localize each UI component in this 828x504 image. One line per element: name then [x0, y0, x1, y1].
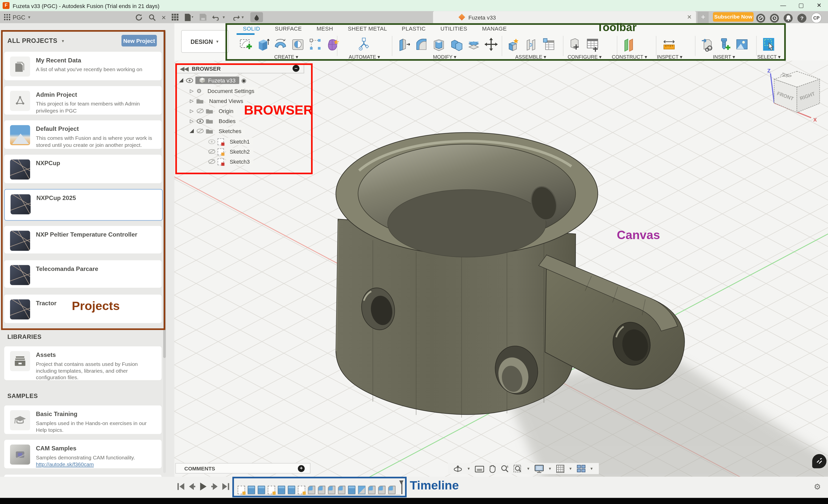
close-button[interactable]: ✕: [810, 0, 828, 11]
job-status-button[interactable]: [250, 12, 263, 22]
timeline-feature-sketch[interactable]: [238, 486, 245, 494]
save-icon[interactable]: [200, 11, 207, 23]
visibility-off-icon[interactable]: [197, 108, 204, 114]
tab-surface[interactable]: SURFACE: [267, 24, 309, 33]
timeline-feature-chamfer[interactable]: [358, 486, 365, 494]
collapse-triangle-icon[interactable]: ▷: [189, 118, 194, 124]
timeline-feature-extrude[interactable]: [258, 486, 265, 494]
timeline-feature-sketch[interactable]: [298, 486, 305, 494]
tab-sheet-metal[interactable]: SHEET METAL: [340, 24, 394, 33]
expand-triangle-icon[interactable]: [178, 78, 184, 83]
collapse-panel-icon[interactable]: ◀◀: [180, 65, 189, 72]
help-icon[interactable]: ?: [797, 13, 806, 23]
insert-canvas-icon[interactable]: [734, 36, 750, 53]
expand-triangle-icon[interactable]: [189, 128, 194, 134]
panel-scrollbar-thumb[interactable]: [163, 31, 166, 358]
sample-card[interactable]: Basic Training Samples used in the Hands…: [4, 406, 162, 434]
joint-icon[interactable]: [524, 36, 539, 53]
tree-node[interactable]: ▷ Bodies: [189, 116, 239, 126]
go-to-end-button[interactable]: [222, 483, 229, 490]
look-at-icon[interactable]: [475, 465, 484, 472]
assemble-group-dropdown[interactable]: ASSEMBLE ▾: [515, 54, 546, 60]
timeline-feature-extrude[interactable]: [288, 486, 295, 494]
insert-fastener-icon[interactable]: [717, 36, 733, 53]
browser-header[interactable]: ◀◀ BROWSER –: [175, 64, 304, 74]
display-settings-icon[interactable]: [534, 464, 544, 473]
grid-settings-icon[interactable]: [556, 464, 565, 473]
browser-minimize-icon[interactable]: –: [293, 65, 299, 72]
visibility-off-icon[interactable]: [197, 128, 204, 134]
viewports-icon[interactable]: [577, 465, 586, 473]
timeline-feature-fillet[interactable]: [328, 486, 335, 494]
measure-icon[interactable]: [661, 36, 677, 53]
project-card[interactable]: NXPCup: [4, 155, 162, 183]
timeline-feature-fillet[interactable]: [368, 486, 375, 494]
chevron-down-icon[interactable]: ▼: [548, 467, 552, 470]
timeline-feature-fillet[interactable]: [308, 486, 315, 494]
project-card-selected[interactable]: NXPCup 2025: [4, 189, 163, 220]
shell-icon[interactable]: [431, 36, 447, 53]
combine-icon[interactable]: [449, 36, 464, 53]
zoom-icon[interactable]: ±: [501, 464, 509, 473]
refresh-icon[interactable]: [135, 11, 142, 23]
undo-button[interactable]: ▼: [212, 11, 225, 23]
job-clock-icon[interactable]: [770, 13, 779, 23]
play-button[interactable]: [200, 482, 207, 491]
construct-group-dropdown[interactable]: CONSTRUCT ▾: [612, 54, 647, 60]
configuration-table-icon[interactable]: [585, 36, 601, 53]
tree-node-sketch[interactable]: Sketch1: [208, 137, 253, 146]
tree-node-sketch[interactable]: Sketch2: [208, 147, 253, 156]
project-card[interactable]: My Recent Data A list of what you've rec…: [4, 52, 162, 80]
orbit-icon[interactable]: [453, 464, 462, 473]
cam-samples-link[interactable]: http://autode.sk/f360cam: [36, 461, 94, 467]
assistant-chat-bubble[interactable]: [812, 454, 827, 468]
tree-node[interactable]: ▷ Named Views: [189, 96, 247, 106]
visibility-dim-icon[interactable]: [208, 139, 215, 144]
collapse-triangle-icon[interactable]: ▷: [189, 88, 194, 93]
root-node-label[interactable]: Fuzeta v33: [195, 76, 239, 84]
timeline-feature-sketch[interactable]: [268, 486, 275, 494]
timeline-feature-fillet[interactable]: [378, 486, 385, 494]
subscribe-button[interactable]: Subscribe Now: [713, 12, 753, 22]
new-tab-button[interactable]: +: [698, 11, 709, 23]
data-panel-toggle-icon[interactable]: [4, 11, 10, 23]
tab-mesh[interactable]: MESH: [309, 24, 340, 33]
grid-view-icon[interactable]: [172, 11, 178, 23]
profile-avatar[interactable]: CP: [811, 13, 822, 23]
select-group-dropdown[interactable]: SELECT ▾: [757, 54, 781, 60]
notifications-bell-icon[interactable]: [784, 13, 793, 23]
form-icon[interactable]: [325, 36, 341, 53]
tree-node-sketch[interactable]: Sketch3: [208, 157, 253, 166]
comments-bar[interactable]: COMMENTS +: [175, 463, 310, 473]
project-card[interactable]: Telecomanda Parcare: [4, 260, 162, 288]
create-sketch-icon[interactable]: [238, 36, 253, 53]
visibility-off-icon[interactable]: [208, 159, 215, 164]
go-to-start-button[interactable]: [177, 483, 184, 490]
team-switcher[interactable]: PGC▼: [13, 14, 31, 20]
file-menu-icon[interactable]: [184, 11, 194, 23]
sync-status-icon[interactable]: [756, 13, 765, 23]
tab-plastic[interactable]: PLASTIC: [394, 24, 433, 33]
add-comment-icon[interactable]: +: [298, 465, 304, 472]
tree-node[interactable]: ▷ Origin: [189, 106, 237, 116]
tree-node[interactable]: ▷ ⚙ Document Settings: [189, 86, 258, 95]
timeline-feature-extrude[interactable]: [248, 486, 255, 494]
timeline-position-marker[interactable]: [399, 480, 404, 494]
project-card[interactable]: Default Project This comes with Fusion a…: [4, 120, 162, 149]
collapse-triangle-icon[interactable]: ▷: [189, 108, 194, 114]
extrude-icon[interactable]: [255, 36, 271, 53]
document-tab[interactable]: Fuzeta v33 ✕: [433, 11, 696, 23]
timeline-feature-extrude[interactable]: [278, 486, 285, 494]
visibility-off-icon[interactable]: [208, 149, 215, 154]
timeline-feature-fillet[interactable]: [388, 486, 395, 494]
search-icon[interactable]: [149, 11, 156, 23]
visibility-eye-icon[interactable]: [186, 78, 193, 83]
pan-icon[interactable]: [488, 464, 496, 473]
modeling-canvas[interactable]: ◀◀ BROWSER – Fuzeta v33 ◉ ▷ ⚙ Document S…: [174, 61, 828, 477]
collapse-triangle-icon[interactable]: ▷: [189, 98, 194, 103]
tab-utilities[interactable]: UTILITIES: [433, 24, 474, 33]
chevron-down-icon[interactable]: ▼: [527, 467, 530, 470]
workspace-selector[interactable]: DESIGN▼: [181, 30, 229, 53]
step-back-button[interactable]: [189, 483, 195, 490]
timeline-slider-track[interactable]: [240, 495, 400, 495]
